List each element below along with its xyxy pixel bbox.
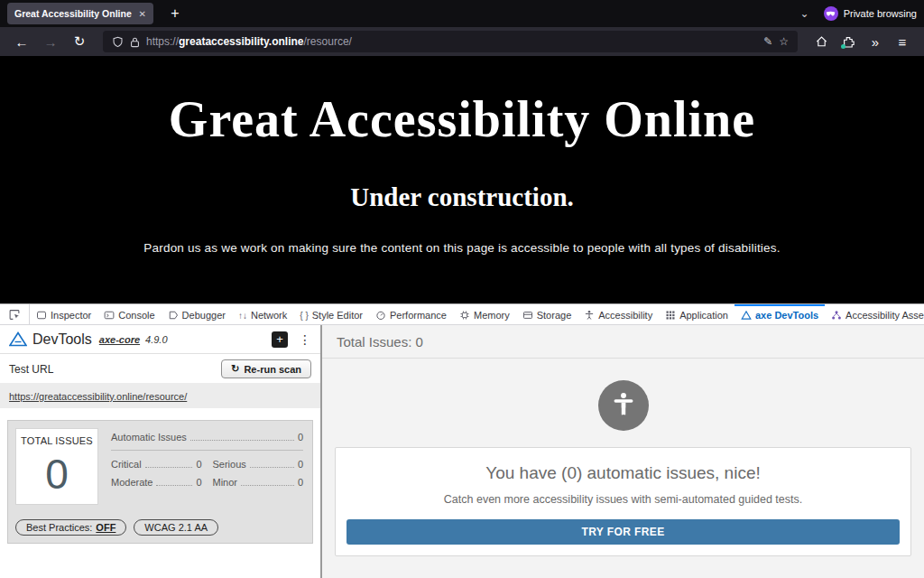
url-text[interactable]: https://greataccessibility.online/resour… xyxy=(146,35,757,48)
issue-metrics: Automatic Issues 0 Critical 0 Serious xyxy=(98,428,305,505)
private-browsing-indicator: Private browsing xyxy=(824,6,917,21)
axe-logo-icon xyxy=(9,331,27,347)
congrats-card: You have (0) automatic issues, nice! Cat… xyxy=(335,447,911,556)
accessibility-person-icon xyxy=(598,380,649,431)
test-url-row: Test URL ↻ Re-run scan xyxy=(0,354,320,383)
toolbar-right-icons: » ≡ xyxy=(808,34,915,50)
axe-engine-link[interactable]: axe-core xyxy=(99,334,140,345)
reload-icon[interactable]: ↻ xyxy=(67,33,92,50)
braces-icon: { } xyxy=(300,311,308,321)
total-issues-label: TOTAL ISSUES xyxy=(20,435,94,446)
tab-storage[interactable]: Storage xyxy=(516,304,578,324)
url-bar[interactable]: https://greataccessibility.online/resour… xyxy=(103,31,798,52)
rerun-scan-button[interactable]: ↻ Re-run scan xyxy=(221,359,311,378)
axe-sidebar: DevTools axe-core 4.9.0 + ⋮ Test URL ↻ R… xyxy=(0,325,322,578)
tab-application[interactable]: Application xyxy=(659,304,735,324)
tab-title: Great Accessibility Online xyxy=(14,8,134,19)
scan-option-chips: Best Practices: OFF WCAG 2.1 AA xyxy=(15,519,305,536)
metric-critical: Critical 0 xyxy=(111,459,202,471)
metric-minor: Minor 0 xyxy=(213,477,304,489)
metric-automatic: Automatic Issues 0 xyxy=(111,432,303,443)
tested-url-link[interactable]: https://greataccessibility.online/resour… xyxy=(9,391,187,402)
try-for-free-button[interactable]: TRY FOR FREE xyxy=(346,519,900,545)
tab-close-icon[interactable]: ✕ xyxy=(139,9,146,19)
axe-brand-title: DevTools xyxy=(32,331,92,348)
url-domain: greataccessibility.online xyxy=(179,35,304,48)
metric-moderate: Moderate 0 xyxy=(111,477,202,489)
page-body-text: Pardon us as we work on making sure the … xyxy=(143,241,780,255)
network-arrows-icon: ↑↓ xyxy=(238,311,247,321)
copy-plus-icon[interactable]: + xyxy=(272,331,288,348)
devtools-body: DevTools axe-core 4.9.0 + ⋮ Test URL ↻ R… xyxy=(0,325,924,578)
app-menu-icon[interactable]: ≡ xyxy=(890,34,915,50)
browser-toolbar: ← → ↻ https://greataccessibility.online/… xyxy=(0,27,924,56)
home-icon[interactable] xyxy=(808,35,834,48)
page-title: Great Accessibility Online xyxy=(169,90,755,148)
metrics-divider xyxy=(111,450,303,451)
axe-version: 4.9.0 xyxy=(145,334,167,345)
tab-inspector[interactable]: Inspector xyxy=(30,304,97,324)
devtools-tab-strip: Inspector Console Debugger ↑↓ Network { … xyxy=(0,303,924,325)
bookmark-star-icon[interactable]: ☆ xyxy=(779,35,789,48)
private-mask-icon xyxy=(824,6,838,21)
refresh-icon: ↻ xyxy=(231,363,239,375)
tab-axe-devtools[interactable]: axe DevTools xyxy=(735,304,825,324)
shield-icon[interactable] xyxy=(112,36,124,48)
congrats-title: You have (0) automatic issues, nice! xyxy=(346,463,900,483)
tab-performance[interactable]: Performance xyxy=(369,304,453,324)
best-practices-chip[interactable]: Best Practices: OFF xyxy=(15,519,126,536)
overflow-chevrons-icon[interactable]: » xyxy=(863,34,888,50)
issues-summary-panel: TOTAL ISSUES 0 Automatic Issues 0 Critic… xyxy=(7,420,313,544)
edit-url-icon[interactable]: ✎ xyxy=(763,35,772,48)
tab-accessibility-assessment[interactable]: Accessibility Assessment xyxy=(825,304,924,324)
browser-tab-bar: Great Accessibility Online ✕ + ⌄ Private… xyxy=(0,0,924,27)
lock-icon[interactable] xyxy=(130,36,140,48)
web-page-content: Great Accessibility Online Under constru… xyxy=(0,56,924,303)
tab-accessibility[interactable]: Accessibility xyxy=(578,304,659,324)
metric-serious: Serious 0 xyxy=(213,459,304,471)
total-issues-count: 0 xyxy=(20,453,94,495)
kebab-menu-icon[interactable]: ⋮ xyxy=(299,332,311,347)
tab-memory[interactable]: Memory xyxy=(453,304,516,324)
axe-results-panel: Total Issues: 0 You have (0) automatic i… xyxy=(322,325,924,578)
forward-icon[interactable]: → xyxy=(38,34,63,50)
browser-tab[interactable]: Great Accessibility Online ✕ xyxy=(7,3,153,24)
pick-element-icon[interactable] xyxy=(0,304,30,324)
url-path: /resource/ xyxy=(304,35,352,48)
extension-badge-dot xyxy=(841,44,845,49)
new-tab-button[interactable]: + xyxy=(164,5,186,22)
tab-network[interactable]: ↑↓ Network xyxy=(232,304,293,324)
total-issues-card: TOTAL ISSUES 0 xyxy=(15,428,98,505)
extensions-icon[interactable] xyxy=(836,35,861,48)
tab-console[interactable]: Console xyxy=(97,304,161,324)
wcag-standard-chip[interactable]: WCAG 2.1 AA xyxy=(134,519,218,536)
results-header: Total Issues: 0 xyxy=(322,325,924,359)
private-browsing-label: Private browsing xyxy=(844,8,917,19)
back-icon[interactable]: ← xyxy=(9,34,34,50)
axe-header: DevTools axe-core 4.9.0 + ⋮ xyxy=(0,325,320,354)
url-scheme: https:// xyxy=(146,35,179,48)
list-tabs-chevron-icon[interactable]: ⌄ xyxy=(800,7,809,20)
tab-style-editor[interactable]: { } Style Editor xyxy=(293,304,369,324)
tab-debugger[interactable]: Debugger xyxy=(162,304,232,324)
tested-url-bar: https://greataccessibility.online/resour… xyxy=(0,383,320,408)
test-url-label: Test URL xyxy=(9,363,53,376)
congrats-subtext: Catch even more accessibility issues wit… xyxy=(346,493,900,506)
page-subtitle: Under construction. xyxy=(350,182,574,212)
